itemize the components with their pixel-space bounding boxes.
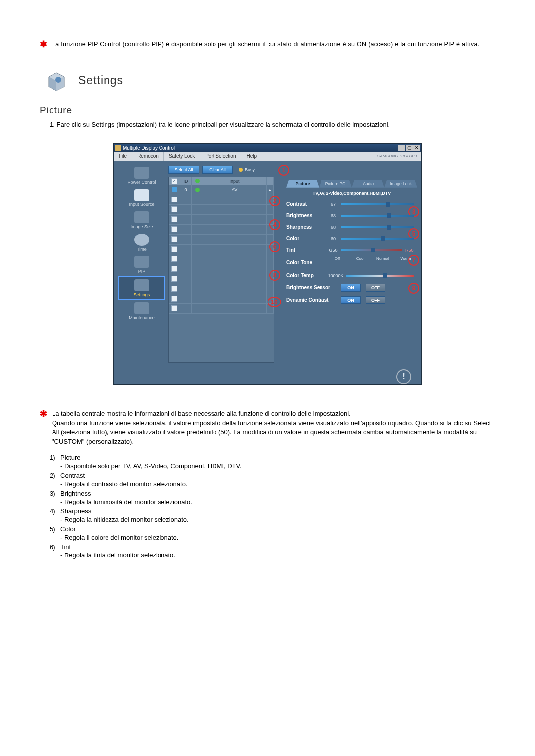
grid-header-check[interactable]: ✓: [169, 177, 180, 185]
callout-1: 1: [278, 165, 289, 176]
maximize-icon[interactable]: ▢: [406, 145, 413, 151]
callout-4: 4: [269, 219, 280, 230]
sidebar: Power Control Input Source Image Size Ti…: [118, 165, 165, 363]
param-bsensor: Brightness Sensor ON OFF: [286, 282, 417, 293]
param-colortone: Color Tone Off Cool Normal Warm: [286, 256, 417, 269]
sidebar-item-input[interactable]: Input Source: [118, 187, 165, 208]
tab-picture[interactable]: Picture: [286, 180, 319, 188]
window-title: Multiple Display Control: [123, 145, 175, 151]
settings-panel: 1 2 3 4 5 6 7 8 9 10 Picture Picture PC …: [277, 165, 417, 363]
bsensor-off-button[interactable]: OFF: [366, 284, 385, 292]
tab-picture-pc[interactable]: Picture PC: [319, 180, 352, 188]
scroll-up-icon[interactable]: ▴: [267, 185, 274, 195]
dcontrast-off-button[interactable]: OFF: [366, 296, 385, 304]
menu-help[interactable]: Help: [241, 152, 262, 161]
grid-header-status: [192, 177, 203, 185]
menu-safety[interactable]: Safety Lock: [164, 152, 200, 161]
size-icon: [134, 211, 149, 223]
param-brightness: Brightness 68: [286, 211, 417, 221]
table-row[interactable]: 0 AV ▴: [169, 185, 274, 195]
table-row[interactable]: [169, 215, 274, 225]
table-row[interactable]: [169, 245, 274, 254]
tone-warm[interactable]: Warm: [394, 256, 417, 269]
sharpness-slider[interactable]: [341, 226, 414, 228]
grid-header-id: ID: [180, 177, 192, 185]
table-row[interactable]: [169, 225, 274, 235]
menubar: File Remocon Safety Lock Port Selection …: [114, 152, 421, 161]
param-color: Color 60: [286, 234, 417, 244]
table-row[interactable]: [169, 205, 274, 215]
intro-note: ✱ La funzione PIP Control (controllo PIP…: [40, 40, 495, 49]
menu-port[interactable]: Port Selection: [200, 152, 241, 161]
param-contrast: Contrast 67: [286, 200, 417, 209]
busy-dot-icon: [239, 168, 243, 172]
callout-8: 8: [269, 270, 280, 281]
sidebar-item-settings[interactable]: Settings: [118, 276, 165, 300]
star-icon: ✱: [40, 40, 47, 49]
step-list: 1. Fare clic su Settings (impostazioni) …: [50, 121, 495, 128]
table-row[interactable]: [169, 274, 274, 284]
table-row[interactable]: [169, 264, 274, 274]
input-icon: [134, 189, 149, 201]
color-slider[interactable]: [341, 238, 414, 240]
table-note: ✱ La tabella centrale mostra le informaz…: [40, 409, 495, 447]
list-item: 4)Sharpness- Regola la nitidezza del mon…: [50, 507, 495, 523]
tone-normal[interactable]: Normal: [372, 256, 394, 269]
callout-6: 6: [269, 241, 280, 252]
table-row[interactable]: [169, 304, 274, 314]
sidebar-item-power[interactable]: Power Control: [118, 165, 165, 186]
busy-indicator: Busy: [239, 167, 255, 172]
param-colortemp: Color Temp 10000K: [286, 271, 417, 281]
callout-10: 10: [268, 297, 281, 307]
minimize-icon[interactable]: _: [398, 145, 405, 151]
mdc-app-window: Multiple Display Control _ ▢ ✕ File Remo…: [113, 143, 422, 385]
list-item: 5)Color- Regola il colore del monitor se…: [50, 525, 495, 541]
tint-slider[interactable]: [341, 249, 402, 251]
brand-label: SAMSUNG DIGITALL: [377, 154, 418, 158]
info-icon[interactable]: !: [396, 369, 411, 384]
titlebar: Multiple Display Control _ ▢ ✕: [114, 144, 421, 152]
time-icon: [134, 234, 149, 246]
maint-icon: [134, 302, 149, 314]
row-status-icon: [195, 188, 200, 192]
table-row[interactable]: [169, 195, 274, 205]
select-all-button[interactable]: Select All: [168, 166, 199, 174]
sidebar-item-maint[interactable]: Maintenance: [118, 301, 165, 322]
sidebar-item-pip[interactable]: PIP: [118, 254, 165, 275]
list-item: 2)Contrast- Regola il contrasto del moni…: [50, 472, 495, 488]
close-icon[interactable]: ✕: [413, 145, 420, 151]
colortemp-slider[interactable]: [346, 275, 414, 277]
menu-remocon[interactable]: Remocon: [132, 152, 164, 161]
contrast-slider[interactable]: [341, 203, 414, 205]
tab-audio[interactable]: Audio: [352, 180, 384, 188]
settings-heading: Settings: [40, 69, 495, 93]
param-sharpness: Sharpness 68: [286, 222, 417, 232]
settings-icon: [134, 279, 149, 291]
app-icon: [115, 145, 121, 151]
menu-file[interactable]: File: [114, 152, 132, 161]
table-row[interactable]: [169, 254, 274, 264]
table-row[interactable]: [169, 294, 274, 304]
table-row[interactable]: [169, 284, 274, 294]
tone-cool[interactable]: Cool: [349, 256, 372, 269]
settings-cube-icon: [45, 69, 68, 93]
toolbar: Select All Clear All Busy: [168, 165, 274, 175]
settings-title: Settings: [78, 74, 123, 87]
pip-icon: [134, 256, 149, 268]
list-item: 3)Brightness- Regola la luminosità del m…: [50, 490, 495, 505]
callout-9: 9: [408, 283, 419, 294]
tab-image-lock[interactable]: Image Lock: [384, 180, 417, 188]
sidebar-item-time[interactable]: Time: [118, 232, 165, 253]
row-check-icon[interactable]: [172, 187, 177, 192]
sidebar-item-size[interactable]: Image Size: [118, 209, 165, 231]
list-item: 6)Tint- Regola la tinta del monitor sele…: [50, 543, 495, 559]
dcontrast-on-button[interactable]: ON: [341, 296, 361, 304]
param-dcontrast: Dynamic Contrast ON OFF: [286, 295, 417, 305]
callout-2: 2: [269, 196, 280, 206]
star-icon: ✱: [40, 409, 47, 418]
table-row[interactable]: [169, 235, 274, 245]
bsensor-on-button[interactable]: ON: [341, 284, 361, 292]
brightness-slider[interactable]: [341, 215, 414, 217]
clear-all-button[interactable]: Clear All: [202, 166, 233, 174]
tone-off[interactable]: Off: [326, 256, 349, 269]
